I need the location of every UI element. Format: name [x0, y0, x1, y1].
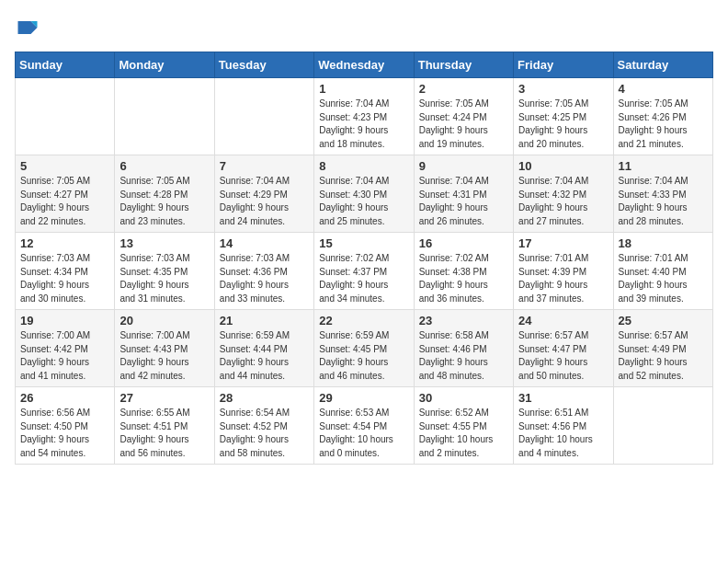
- calendar-cell: 14Sunrise: 7:03 AM Sunset: 4:36 PM Dayli…: [214, 233, 313, 310]
- calendar-cell: 2Sunrise: 7:05 AM Sunset: 4:24 PM Daylig…: [414, 78, 513, 155]
- calendar-cell: 28Sunrise: 6:54 AM Sunset: 4:52 PM Dayli…: [214, 387, 313, 465]
- day-number: 15: [319, 236, 408, 250]
- calendar-cell: 31Sunrise: 6:51 AM Sunset: 4:56 PM Dayli…: [514, 387, 613, 465]
- calendar-cell: 24Sunrise: 6:57 AM Sunset: 4:47 PM Dayli…: [514, 310, 613, 387]
- day-info: Sunrise: 7:04 AM Sunset: 4:31 PM Dayligh…: [419, 175, 508, 228]
- calendar-cell: 13Sunrise: 7:03 AM Sunset: 4:35 PM Dayli…: [115, 233, 214, 310]
- day-number: 22: [319, 314, 408, 327]
- day-info: Sunrise: 7:04 AM Sunset: 4:23 PM Dayligh…: [319, 98, 408, 151]
- weekday-header: Tuesday: [214, 52, 313, 78]
- weekday-header: Friday: [514, 52, 613, 78]
- day-number: 21: [220, 314, 309, 327]
- logo: [15, 15, 44, 40]
- day-number: 28: [220, 391, 309, 405]
- calendar-cell: 21Sunrise: 6:59 AM Sunset: 4:44 PM Dayli…: [214, 310, 313, 387]
- day-number: 27: [119, 391, 209, 405]
- calendar-cell: 12Sunrise: 7:03 AM Sunset: 4:34 PM Dayli…: [16, 233, 115, 310]
- day-number: 8: [319, 159, 408, 173]
- weekday-header: Saturday: [613, 52, 712, 78]
- day-number: 25: [619, 314, 708, 327]
- day-number: 7: [220, 159, 309, 173]
- calendar-cell: [115, 78, 214, 155]
- calendar-cell: 10Sunrise: 7:04 AM Sunset: 4:32 PM Dayli…: [514, 155, 613, 233]
- weekday-header-row: SundayMondayTuesdayWednesdayThursdayFrid…: [16, 52, 713, 78]
- calendar-week-row: 1Sunrise: 7:04 AM Sunset: 4:23 PM Daylig…: [16, 78, 713, 155]
- calendar-cell: 23Sunrise: 6:58 AM Sunset: 4:46 PM Dayli…: [414, 310, 513, 387]
- day-info: Sunrise: 7:03 AM Sunset: 4:36 PM Dayligh…: [220, 252, 309, 305]
- calendar-cell: 29Sunrise: 6:53 AM Sunset: 4:54 PM Dayli…: [314, 387, 414, 465]
- day-number: 10: [518, 159, 608, 173]
- day-number: 3: [518, 82, 608, 96]
- calendar-cell: 27Sunrise: 6:55 AM Sunset: 4:51 PM Dayli…: [115, 387, 214, 465]
- calendar-cell: 8Sunrise: 7:04 AM Sunset: 4:30 PM Daylig…: [314, 155, 414, 233]
- logo-icon: [15, 15, 40, 40]
- day-info: Sunrise: 7:02 AM Sunset: 4:38 PM Dayligh…: [419, 252, 508, 305]
- day-info: Sunrise: 6:57 AM Sunset: 4:47 PM Dayligh…: [518, 329, 608, 383]
- day-info: Sunrise: 7:05 AM Sunset: 4:28 PM Dayligh…: [119, 175, 209, 228]
- day-info: Sunrise: 7:05 AM Sunset: 4:27 PM Dayligh…: [20, 175, 109, 228]
- calendar-week-row: 26Sunrise: 6:56 AM Sunset: 4:50 PM Dayli…: [16, 387, 713, 465]
- day-number: 5: [20, 159, 109, 173]
- day-number: 12: [20, 236, 109, 250]
- calendar-cell: 18Sunrise: 7:01 AM Sunset: 4:40 PM Dayli…: [613, 233, 712, 310]
- calendar-cell: 30Sunrise: 6:52 AM Sunset: 4:55 PM Dayli…: [414, 387, 513, 465]
- day-number: 17: [518, 236, 608, 250]
- calendar-week-row: 12Sunrise: 7:03 AM Sunset: 4:34 PM Dayli…: [16, 233, 713, 310]
- weekday-header: Sunday: [16, 52, 115, 78]
- day-info: Sunrise: 7:01 AM Sunset: 4:40 PM Dayligh…: [619, 252, 708, 305]
- day-info: Sunrise: 7:04 AM Sunset: 4:33 PM Dayligh…: [619, 175, 708, 228]
- calendar-cell: 6Sunrise: 7:05 AM Sunset: 4:28 PM Daylig…: [115, 155, 214, 233]
- calendar-cell: 11Sunrise: 7:04 AM Sunset: 4:33 PM Dayli…: [613, 155, 712, 233]
- page-header: [15, 15, 713, 40]
- day-info: Sunrise: 7:05 AM Sunset: 4:26 PM Dayligh…: [619, 98, 708, 151]
- day-info: Sunrise: 6:59 AM Sunset: 4:45 PM Dayligh…: [319, 329, 408, 383]
- day-number: 4: [619, 82, 708, 96]
- weekday-header: Monday: [115, 52, 214, 78]
- day-info: Sunrise: 6:59 AM Sunset: 4:44 PM Dayligh…: [220, 329, 309, 383]
- day-number: 11: [619, 159, 708, 173]
- day-info: Sunrise: 7:04 AM Sunset: 4:29 PM Dayligh…: [220, 175, 309, 228]
- day-info: Sunrise: 6:58 AM Sunset: 4:46 PM Dayligh…: [419, 329, 508, 383]
- calendar-cell: 1Sunrise: 7:04 AM Sunset: 4:23 PM Daylig…: [314, 78, 414, 155]
- calendar-cell: 25Sunrise: 6:57 AM Sunset: 4:49 PM Dayli…: [613, 310, 712, 387]
- day-info: Sunrise: 6:54 AM Sunset: 4:52 PM Dayligh…: [220, 407, 309, 460]
- day-info: Sunrise: 7:04 AM Sunset: 4:32 PM Dayligh…: [518, 175, 608, 228]
- day-info: Sunrise: 7:01 AM Sunset: 4:39 PM Dayligh…: [518, 252, 608, 305]
- calendar-cell: 4Sunrise: 7:05 AM Sunset: 4:26 PM Daylig…: [613, 78, 712, 155]
- weekday-header: Thursday: [414, 52, 513, 78]
- day-info: Sunrise: 6:55 AM Sunset: 4:51 PM Dayligh…: [119, 407, 209, 460]
- calendar-table: SundayMondayTuesdayWednesdayThursdayFrid…: [15, 52, 713, 465]
- weekday-header: Wednesday: [314, 52, 414, 78]
- day-number: 14: [220, 236, 309, 250]
- day-info: Sunrise: 6:57 AM Sunset: 4:49 PM Dayligh…: [619, 329, 708, 383]
- day-info: Sunrise: 6:53 AM Sunset: 4:54 PM Dayligh…: [319, 407, 408, 460]
- calendar-cell: 9Sunrise: 7:04 AM Sunset: 4:31 PM Daylig…: [414, 155, 513, 233]
- calendar-cell: 20Sunrise: 7:00 AM Sunset: 4:43 PM Dayli…: [115, 310, 214, 387]
- day-number: 30: [419, 391, 508, 405]
- day-number: 29: [319, 391, 408, 405]
- calendar-cell: [214, 78, 313, 155]
- day-number: 18: [619, 236, 708, 250]
- calendar-cell: 22Sunrise: 6:59 AM Sunset: 4:45 PM Dayli…: [314, 310, 414, 387]
- day-number: 20: [119, 314, 209, 327]
- day-number: 19: [20, 314, 109, 327]
- day-info: Sunrise: 6:52 AM Sunset: 4:55 PM Dayligh…: [419, 407, 508, 460]
- day-number: 2: [419, 82, 508, 96]
- day-number: 13: [119, 236, 209, 250]
- day-info: Sunrise: 7:04 AM Sunset: 4:30 PM Dayligh…: [319, 175, 408, 228]
- calendar-cell: 3Sunrise: 7:05 AM Sunset: 4:25 PM Daylig…: [514, 78, 613, 155]
- calendar-week-row: 5Sunrise: 7:05 AM Sunset: 4:27 PM Daylig…: [16, 155, 713, 233]
- calendar-cell: 26Sunrise: 6:56 AM Sunset: 4:50 PM Dayli…: [16, 387, 115, 465]
- calendar-cell: 15Sunrise: 7:02 AM Sunset: 4:37 PM Dayli…: [314, 233, 414, 310]
- day-number: 16: [419, 236, 508, 250]
- calendar-cell: 5Sunrise: 7:05 AM Sunset: 4:27 PM Daylig…: [16, 155, 115, 233]
- day-number: 26: [20, 391, 109, 405]
- calendar-cell: [613, 387, 712, 465]
- day-info: Sunrise: 7:03 AM Sunset: 4:35 PM Dayligh…: [119, 252, 209, 305]
- day-number: 6: [119, 159, 209, 173]
- day-info: Sunrise: 6:56 AM Sunset: 4:50 PM Dayligh…: [20, 407, 109, 460]
- day-info: Sunrise: 7:00 AM Sunset: 4:43 PM Dayligh…: [119, 329, 209, 383]
- calendar-cell: 19Sunrise: 7:00 AM Sunset: 4:42 PM Dayli…: [16, 310, 115, 387]
- calendar-week-row: 19Sunrise: 7:00 AM Sunset: 4:42 PM Dayli…: [16, 310, 713, 387]
- calendar-cell: 17Sunrise: 7:01 AM Sunset: 4:39 PM Dayli…: [514, 233, 613, 310]
